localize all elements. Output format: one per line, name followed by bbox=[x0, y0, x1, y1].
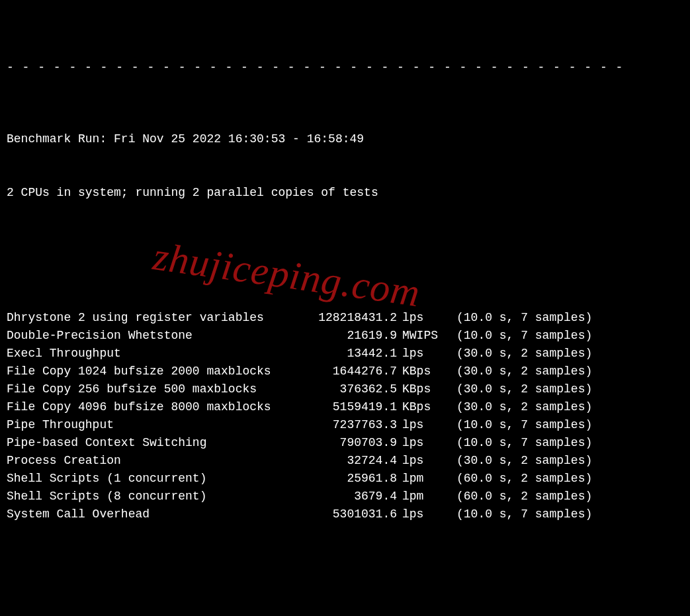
result-unit: MWIPS bbox=[397, 327, 449, 345]
result-value: 1644276.7 bbox=[298, 363, 397, 380]
result-value: 128218431.2 bbox=[298, 309, 397, 327]
result-row: File Copy 256 bufsize 500 maxblocks37636… bbox=[7, 380, 683, 398]
result-value: 790703.9 bbox=[298, 434, 397, 452]
result-row: Dhrystone 2 using register variables1282… bbox=[7, 309, 683, 327]
result-detail: (10.0 s, 7 samples) bbox=[449, 506, 655, 523]
result-name: Double-Precision Whetstone bbox=[7, 327, 298, 345]
result-name: Shell Scripts (8 concurrent) bbox=[7, 488, 298, 506]
result-detail: (10.0 s, 7 samples) bbox=[449, 416, 655, 434]
result-name: Shell Scripts (1 concurrent) bbox=[7, 470, 298, 488]
result-unit: lps bbox=[397, 309, 449, 327]
result-name: Execl Throughput bbox=[7, 345, 298, 363]
result-unit: lps bbox=[397, 452, 449, 470]
result-row: File Copy 4096 bufsize 8000 maxblocks515… bbox=[7, 398, 683, 416]
result-detail: (30.0 s, 2 samples) bbox=[449, 398, 655, 416]
blank-line bbox=[7, 238, 683, 255]
result-name: File Copy 1024 bufsize 2000 maxblocks bbox=[7, 363, 298, 380]
result-row: Double-Precision Whetstone21619.9MWIPS(1… bbox=[7, 327, 683, 345]
result-value: 32724.4 bbox=[298, 452, 397, 470]
result-detail: (30.0 s, 2 samples) bbox=[449, 452, 655, 470]
result-unit: lpm bbox=[397, 488, 449, 506]
result-row: Shell Scripts (1 concurrent)25961.8lpm(6… bbox=[7, 470, 683, 488]
result-name: Pipe-based Context Switching bbox=[7, 434, 298, 452]
result-value: 7237763.3 bbox=[298, 416, 397, 434]
result-row: Process Creation32724.4lps(30.0 s, 2 sam… bbox=[7, 452, 683, 470]
separator-line: - - - - - - - - - - - - - - - - - - - - … bbox=[7, 59, 683, 77]
result-row: System Call Overhead5301031.6lps(10.0 s,… bbox=[7, 506, 683, 523]
result-detail: (10.0 s, 7 samples) bbox=[449, 434, 655, 452]
result-row: File Copy 1024 bufsize 2000 maxblocks164… bbox=[7, 363, 683, 380]
result-unit: lps bbox=[397, 416, 449, 434]
cpu-header-line: 2 CPUs in system; running 2 parallel cop… bbox=[7, 184, 683, 202]
result-value: 25961.8 bbox=[298, 470, 397, 488]
result-detail: (60.0 s, 2 samples) bbox=[449, 470, 655, 488]
result-unit: lps bbox=[397, 434, 449, 452]
result-unit: lps bbox=[397, 506, 449, 523]
result-value: 5159419.1 bbox=[298, 398, 397, 416]
run-header-line: Benchmark Run: Fri Nov 25 2022 16:30:53 … bbox=[7, 130, 683, 148]
result-name: File Copy 256 bufsize 500 maxblocks bbox=[7, 380, 298, 398]
result-unit: KBps bbox=[397, 380, 449, 398]
blank-line bbox=[7, 577, 683, 595]
result-detail: (30.0 s, 2 samples) bbox=[449, 380, 655, 398]
result-value: 5301031.6 bbox=[298, 506, 397, 523]
result-name: Pipe Throughput bbox=[7, 416, 298, 434]
result-value: 3679.4 bbox=[298, 488, 397, 506]
result-detail: (30.0 s, 2 samples) bbox=[449, 345, 655, 363]
result-value: 13442.1 bbox=[298, 345, 397, 363]
result-name: Dhrystone 2 using register variables bbox=[7, 309, 298, 327]
result-row: Execl Throughput13442.1lps(30.0 s, 2 sam… bbox=[7, 345, 683, 363]
result-detail: (30.0 s, 2 samples) bbox=[449, 363, 655, 380]
results-block: Dhrystone 2 using register variables1282… bbox=[7, 309, 683, 523]
terminal-output: - - - - - - - - - - - - - - - - - - - - … bbox=[0, 0, 690, 616]
result-row: Shell Scripts (8 concurrent)3679.4lpm(60… bbox=[7, 488, 683, 506]
result-name: System Call Overhead bbox=[7, 506, 298, 523]
result-detail: (10.0 s, 7 samples) bbox=[449, 327, 655, 345]
result-row: Pipe Throughput7237763.3lps(10.0 s, 7 sa… bbox=[7, 416, 683, 434]
result-unit: lps bbox=[397, 345, 449, 363]
result-unit: KBps bbox=[397, 363, 449, 380]
result-row: Pipe-based Context Switching790703.9lps(… bbox=[7, 434, 683, 452]
result-detail: (10.0 s, 7 samples) bbox=[449, 309, 655, 327]
result-unit: lpm bbox=[397, 470, 449, 488]
result-detail: (60.0 s, 2 samples) bbox=[449, 488, 655, 506]
result-value: 21619.9 bbox=[298, 327, 397, 345]
result-unit: KBps bbox=[397, 398, 449, 416]
result-name: Process Creation bbox=[7, 452, 298, 470]
result-name: File Copy 4096 bufsize 8000 maxblocks bbox=[7, 398, 298, 416]
result-value: 376362.5 bbox=[298, 380, 397, 398]
